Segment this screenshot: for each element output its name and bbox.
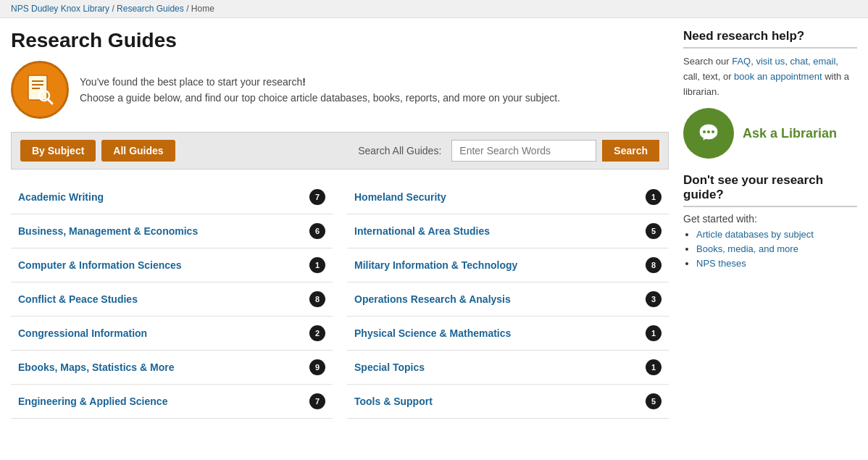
list-item[interactable]: Computer & Information Sciences 1 bbox=[11, 248, 333, 283]
subject-count: 9 bbox=[309, 359, 325, 375]
breadcrumb: NPS Dudley Knox Library / Research Guide… bbox=[0, 0, 868, 18]
list-item[interactable]: Ebooks, Maps, Statistics & More 9 bbox=[11, 351, 333, 385]
svg-line-5 bbox=[48, 99, 52, 104]
breadcrumb-library-link[interactable]: NPS Dudley Knox Library bbox=[11, 4, 109, 14]
no-guide-link[interactable]: Books, media, and more bbox=[696, 243, 798, 254]
no-guide-title: Don't see your research guide? bbox=[683, 173, 857, 207]
subject-link[interactable]: Physical Science & Mathematics bbox=[354, 327, 511, 339]
subject-count: 1 bbox=[646, 359, 662, 375]
subject-link[interactable]: Engineering & Applied Science bbox=[18, 396, 167, 407]
faq-link[interactable]: FAQ bbox=[732, 56, 751, 67]
list-item[interactable]: Business, Management & Economics 6 bbox=[11, 214, 333, 248]
search-input[interactable] bbox=[451, 140, 596, 162]
email-link[interactable]: email bbox=[813, 56, 835, 67]
appointment-link[interactable]: book an appointment bbox=[734, 71, 822, 82]
subject-count: 2 bbox=[309, 325, 325, 341]
subject-count: 1 bbox=[646, 325, 662, 341]
ask-librarian-button[interactable]: Ask a Librarian bbox=[683, 108, 857, 159]
toolbar: By Subject All Guides Search All Guides:… bbox=[11, 132, 669, 170]
subject-link[interactable]: Ebooks, Maps, Statistics & More bbox=[18, 361, 175, 373]
subject-link[interactable]: Special Topics bbox=[354, 361, 425, 373]
librarian-chat-icon bbox=[683, 108, 734, 159]
research-help-text: Search our FAQ, visit us, chat, email, c… bbox=[683, 54, 857, 99]
subject-count: 7 bbox=[309, 189, 325, 205]
all-guides-button[interactable]: All Guides bbox=[101, 140, 175, 162]
no-guide-link[interactable]: Article databases by subject bbox=[696, 229, 814, 240]
subject-count: 8 bbox=[646, 257, 662, 273]
subject-count: 5 bbox=[646, 223, 662, 239]
subject-link[interactable]: Business, Management & Economics bbox=[18, 225, 198, 237]
list-item[interactable]: International & Area Studies 5 bbox=[347, 214, 669, 248]
list-item[interactable]: Engineering & Applied Science 7 bbox=[11, 385, 333, 419]
list-item: Books, media, and more bbox=[696, 243, 857, 254]
list-item[interactable]: Homeland Security 1 bbox=[347, 180, 669, 214]
subject-link[interactable]: Conflict & Peace Studies bbox=[18, 293, 138, 305]
subject-count: 3 bbox=[646, 291, 662, 307]
chat-link[interactable]: chat bbox=[790, 56, 808, 67]
svg-point-8 bbox=[703, 130, 706, 133]
subject-grid: Academic Writing 7 Business, Management … bbox=[11, 180, 669, 419]
page-container: Research Guides You've found the best pl… bbox=[0, 18, 868, 430]
subject-link[interactable]: Tools & Support bbox=[354, 396, 433, 407]
subject-link[interactable]: Congressional Information bbox=[18, 327, 147, 339]
list-item[interactable]: Special Topics 1 bbox=[347, 351, 669, 385]
ask-librarian-label: Ask a Librarian bbox=[743, 126, 837, 141]
sidebar: Need research help? Search our FAQ, visi… bbox=[683, 29, 857, 419]
intro-box: You've found the best place to start you… bbox=[11, 61, 669, 119]
subject-count: 6 bbox=[309, 223, 325, 239]
list-item: NPS theses bbox=[696, 257, 857, 269]
subject-link[interactable]: Academic Writing bbox=[18, 191, 104, 203]
research-icon bbox=[11, 61, 69, 119]
subject-count: 1 bbox=[646, 189, 662, 205]
list-item: Article databases by subject bbox=[696, 228, 857, 240]
svg-point-10 bbox=[711, 130, 714, 133]
subjects-right: Homeland Security 1 International & Area… bbox=[347, 180, 669, 419]
breadcrumb-home: Home bbox=[191, 4, 214, 14]
by-subject-button[interactable]: By Subject bbox=[20, 140, 96, 162]
subjects-left: Academic Writing 7 Business, Management … bbox=[11, 180, 333, 419]
subject-link[interactable]: Military Information & Technology bbox=[354, 259, 517, 271]
list-item[interactable]: Academic Writing 7 bbox=[11, 180, 333, 214]
subject-link[interactable]: Operations Research & Analysis bbox=[354, 293, 511, 305]
main-content: Research Guides You've found the best pl… bbox=[11, 29, 669, 419]
no-guide-section: Don't see your research guide? Get start… bbox=[683, 173, 857, 269]
no-guide-subtitle: Get started with: bbox=[683, 213, 857, 225]
list-item[interactable]: Military Information & Technology 8 bbox=[347, 248, 669, 283]
subject-link[interactable]: Computer & Information Sciences bbox=[18, 259, 182, 271]
no-guide-link[interactable]: NPS theses bbox=[696, 258, 746, 269]
subject-link[interactable]: International & Area Studies bbox=[354, 225, 490, 237]
list-item[interactable]: Congressional Information 2 bbox=[11, 317, 333, 351]
subject-count: 5 bbox=[646, 393, 662, 409]
search-label: Search All Guides: bbox=[358, 145, 441, 156]
research-help-title: Need research help? bbox=[683, 29, 857, 49]
subject-count: 8 bbox=[309, 291, 325, 307]
page-title: Research Guides bbox=[11, 29, 669, 52]
list-item[interactable]: Tools & Support 5 bbox=[347, 385, 669, 419]
subject-count: 7 bbox=[309, 393, 325, 409]
intro-text: You've found the best place to start you… bbox=[80, 74, 560, 106]
visit-link[interactable]: visit us bbox=[756, 56, 785, 67]
breadcrumb-guides-link[interactable]: Research Guides bbox=[117, 4, 184, 14]
no-guide-list: Article databases by subjectBooks, media… bbox=[683, 228, 857, 269]
subject-link[interactable]: Homeland Security bbox=[354, 191, 446, 203]
subject-count: 1 bbox=[309, 257, 325, 273]
svg-point-9 bbox=[707, 130, 710, 133]
research-help-section: Need research help? Search our FAQ, visi… bbox=[683, 29, 857, 159]
search-button[interactable]: Search bbox=[602, 140, 659, 162]
list-item[interactable]: Conflict & Peace Studies 8 bbox=[11, 283, 333, 317]
list-item[interactable]: Physical Science & Mathematics 1 bbox=[347, 317, 669, 351]
list-item[interactable]: Operations Research & Analysis 3 bbox=[347, 283, 669, 317]
